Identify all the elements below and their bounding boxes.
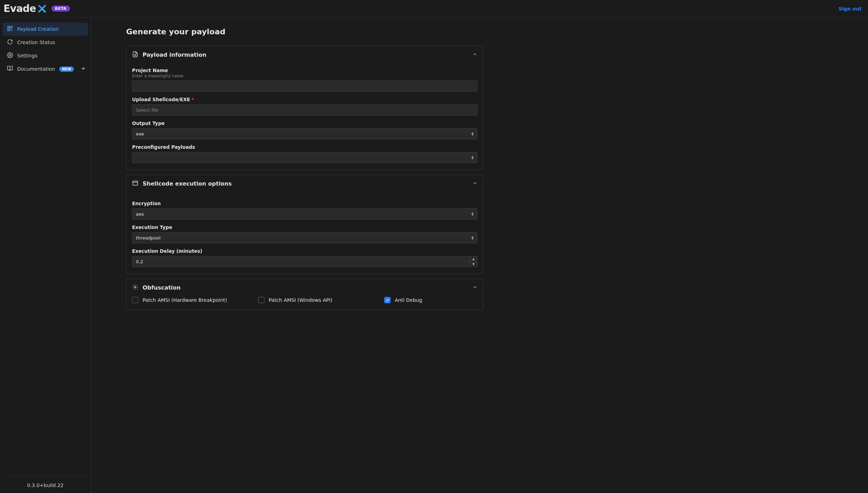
new-badge: NEW bbox=[59, 67, 74, 72]
checkbox-icon bbox=[132, 297, 138, 303]
output-type-select[interactable]: exe ▲▼ bbox=[132, 128, 477, 139]
encryption-label: Encryption bbox=[132, 201, 477, 206]
svg-rect-0 bbox=[8, 26, 9, 28]
checkbox-icon bbox=[258, 297, 264, 303]
sign-out-link[interactable]: Sign out bbox=[839, 6, 862, 12]
sidebar-item-payload-creation[interactable]: Payload Creation bbox=[3, 22, 88, 36]
svg-rect-1 bbox=[11, 26, 12, 28]
upload-label: Upload Shellcode/EXE* bbox=[132, 97, 477, 102]
select-caret-icon: ▲▼ bbox=[471, 156, 474, 159]
gear-icon bbox=[7, 52, 13, 59]
svg-point-3 bbox=[9, 54, 11, 56]
checkbox-label: Patch AMSI (Windows API) bbox=[269, 297, 332, 303]
modules-icon bbox=[7, 26, 13, 33]
file-icon bbox=[132, 51, 138, 58]
sidebar-item-documentation[interactable]: Documentation NEW bbox=[3, 62, 88, 76]
page-title: Generate your payload bbox=[126, 27, 483, 36]
svg-point-5 bbox=[135, 286, 136, 288]
panel-obfuscation: Obfuscation Patch AMSI (Hardware Breakpo… bbox=[126, 279, 483, 310]
sidebar-item-creation-status[interactable]: Creation Status bbox=[3, 36, 88, 49]
beta-badge: BETA bbox=[51, 6, 70, 12]
execution-type-label: Execution Type bbox=[132, 224, 477, 230]
sidebar-item-label: Creation Status bbox=[17, 40, 55, 45]
logo-x-icon bbox=[37, 4, 47, 13]
panel-title: Obfuscation bbox=[143, 284, 181, 291]
checkbox-icon bbox=[384, 297, 391, 303]
upload-file-input[interactable]: Select file bbox=[132, 104, 477, 116]
sidebar-item-label: Payload Creation bbox=[17, 26, 58, 32]
main-content: Generate your payload Payload informatio… bbox=[91, 18, 868, 493]
chevron-up-icon bbox=[473, 52, 477, 58]
topbar: Evade BETA Sign out bbox=[0, 0, 868, 18]
panel-header[interactable]: Payload information bbox=[126, 46, 483, 62]
project-name-input[interactable] bbox=[132, 81, 477, 92]
execution-delay-label: Execution Delay (minutes) bbox=[132, 248, 477, 254]
refresh-icon bbox=[7, 39, 13, 46]
gear-icon bbox=[132, 284, 138, 291]
checkbox-label: Patch AMSI (Hardware Breakpoint) bbox=[143, 297, 227, 303]
sidebar-item-settings[interactable]: Settings bbox=[3, 49, 88, 62]
output-type-label: Output Type bbox=[132, 120, 477, 126]
encryption-select[interactable]: aes ▲▼ bbox=[132, 208, 477, 220]
project-name-help: Enter a meaningful name. bbox=[132, 74, 477, 78]
preconfigured-select[interactable]: ▲▼ bbox=[132, 152, 477, 163]
checkbox-anti-debug[interactable]: Anti Debug bbox=[384, 297, 422, 303]
logo-text: Evade bbox=[4, 3, 36, 14]
project-name-label: Project Name bbox=[132, 68, 477, 73]
svg-rect-2 bbox=[8, 29, 9, 31]
checkbox-patch-amsi-winapi[interactable]: Patch AMSI (Windows API) bbox=[258, 297, 363, 303]
panel-header[interactable]: Shellcode execution options bbox=[126, 175, 483, 191]
panel-title: Shellcode execution options bbox=[143, 180, 232, 187]
number-spinner: ▲ ▼ bbox=[470, 256, 477, 267]
checkbox-label: Anti Debug bbox=[395, 297, 422, 303]
panel-shellcode-execution: Shellcode execution options Encryption a… bbox=[126, 175, 483, 274]
spinner-down[interactable]: ▼ bbox=[470, 262, 477, 267]
sidebar: Payload Creation Creation Status Setting… bbox=[0, 18, 91, 493]
required-asterisk: * bbox=[192, 97, 194, 102]
version-label: 0.3.0+build.22 bbox=[3, 476, 88, 488]
sidebar-item-label: Settings bbox=[17, 53, 37, 58]
book-icon bbox=[7, 65, 13, 72]
chevron-up-icon bbox=[473, 285, 477, 291]
app-logo: Evade bbox=[4, 3, 47, 14]
execution-type-select[interactable]: threadpool ▲▼ bbox=[132, 232, 477, 243]
panel-header[interactable]: Obfuscation bbox=[126, 279, 483, 295]
select-caret-icon: ▲▼ bbox=[471, 212, 474, 216]
execution-delay-input[interactable]: 0.2 bbox=[132, 256, 470, 267]
panel-payload-information: Payload information Project Name Enter a… bbox=[126, 46, 483, 170]
select-caret-icon: ▲▼ bbox=[471, 132, 474, 136]
checkbox-patch-amsi-hw[interactable]: Patch AMSI (Hardware Breakpoint) bbox=[132, 297, 237, 303]
select-caret-icon: ▲▼ bbox=[471, 236, 474, 239]
brand: Evade BETA bbox=[4, 3, 70, 14]
panel-title: Payload information bbox=[143, 51, 206, 58]
window-icon bbox=[132, 180, 138, 187]
svg-rect-4 bbox=[133, 181, 138, 185]
chevron-up-icon bbox=[473, 181, 477, 187]
preconfigured-label: Preconfigured Payloads bbox=[132, 144, 477, 150]
spinner-up[interactable]: ▲ bbox=[470, 256, 477, 262]
sidebar-item-label: Documentation bbox=[17, 66, 55, 72]
external-link-icon bbox=[80, 66, 85, 72]
